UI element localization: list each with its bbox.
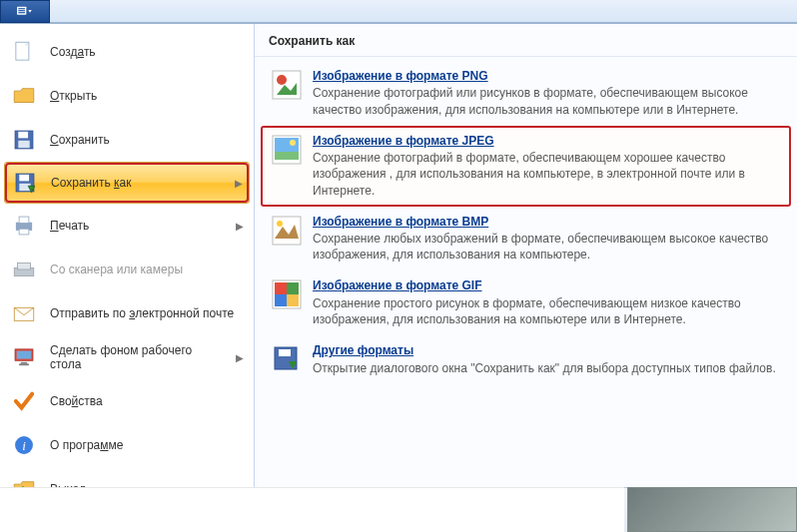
menu-item-label: Свойства xyxy=(50,394,244,408)
menu-item-label: Со сканера или камеры xyxy=(50,263,244,276)
menu-item-label: Создать xyxy=(50,45,244,59)
menu-item-label: Открыть xyxy=(50,89,244,103)
menu-item-open[interactable]: Открыть xyxy=(0,74,254,118)
format-item-other[interactable]: Другие форматы Открытие диалогового окна… xyxy=(261,335,791,384)
printer-icon xyxy=(10,212,38,240)
menu-item-about[interactable]: i О программе xyxy=(0,423,254,467)
app-menu-icon xyxy=(17,6,33,18)
svg-rect-1 xyxy=(18,8,25,9)
app-menu-button[interactable] xyxy=(0,0,50,23)
svg-rect-20 xyxy=(19,364,29,366)
info-icon: i xyxy=(10,431,38,459)
submenu-caret-icon: ▶ xyxy=(235,178,243,189)
format-list: Изображение в формате PNG Сохранение фот… xyxy=(255,57,797,388)
other-thumb xyxy=(271,343,303,375)
menu-item-label: Печать xyxy=(50,219,224,233)
svg-rect-9 xyxy=(19,175,29,182)
svg-rect-15 xyxy=(18,264,31,270)
saveas-panel: Сохранить как Изображение в формате PNG … xyxy=(255,24,797,532)
envelope-icon xyxy=(10,299,38,327)
svg-point-28 xyxy=(290,140,296,146)
format-title: Другие форматы xyxy=(313,343,781,357)
format-desc: Сохранение простого рисунок в формате, о… xyxy=(313,295,781,327)
svg-rect-19 xyxy=(21,362,28,364)
format-item-gif[interactable]: Изображение в формате GIF Сохранение про… xyxy=(261,270,791,335)
menu-item-email[interactable]: Отправить по электронной почте xyxy=(0,291,254,335)
menu-item-create[interactable]: Создать xyxy=(0,30,254,74)
format-title: Изображение в формате GIF xyxy=(313,278,781,292)
format-title: Изображение в формате BMP xyxy=(313,215,781,229)
menu-item-label: Сохранить xyxy=(50,133,244,147)
svg-rect-35 xyxy=(287,294,299,306)
svg-rect-27 xyxy=(275,152,299,160)
menu-item-props[interactable]: Свойства xyxy=(0,379,254,423)
format-desc: Сохранение любых изображений в формате, … xyxy=(313,231,781,263)
page-icon xyxy=(10,38,38,66)
window-footer xyxy=(0,487,797,532)
gif-thumb xyxy=(271,278,303,310)
svg-point-24 xyxy=(277,75,287,85)
backstage-view: Создать Открыть Сохранить Сохранить как … xyxy=(0,24,797,532)
menu-item-saveas[interactable]: Сохранить как ▶ xyxy=(4,162,250,204)
svg-rect-7 xyxy=(18,141,29,148)
floppy-icon xyxy=(10,126,38,154)
format-item-png[interactable]: Изображение в формате PNG Сохранение фот… xyxy=(261,61,791,126)
format-desc: Сохранение фотографий или рисунков в фор… xyxy=(313,85,781,117)
format-item-bmp[interactable]: Изображение в формате BMP Сохранение люб… xyxy=(261,207,791,271)
svg-rect-26 xyxy=(275,138,299,152)
submenu-caret-icon: ▶ xyxy=(236,221,244,232)
svg-rect-32 xyxy=(275,282,287,294)
menu-item-desktop[interactable]: Сделать фоном рабочего стола ▶ xyxy=(0,335,254,379)
format-title: Изображение в формате PNG xyxy=(313,69,781,83)
format-desc: Открытие диалогового окна "Сохранить как… xyxy=(313,360,781,376)
panel-title: Сохранить как xyxy=(255,24,797,57)
svg-rect-12 xyxy=(19,217,29,224)
svg-rect-3 xyxy=(18,12,25,13)
svg-rect-18 xyxy=(17,351,32,359)
floppy-arrow-icon xyxy=(11,169,39,197)
menu-item-label: О программе xyxy=(50,438,244,452)
submenu-caret-icon: ▶ xyxy=(236,352,244,363)
svg-rect-13 xyxy=(19,229,29,235)
menu-item-print[interactable]: Печать ▶ xyxy=(0,204,254,248)
svg-rect-2 xyxy=(18,10,25,11)
svg-rect-6 xyxy=(18,132,28,139)
scanner-icon xyxy=(10,256,38,283)
menu-item-label: Сохранить как xyxy=(51,176,223,190)
ribbon-bar xyxy=(0,0,797,24)
svg-rect-33 xyxy=(287,282,299,294)
svg-text:i: i xyxy=(22,438,26,453)
format-title: Изображение в формате JPEG xyxy=(313,134,781,148)
svg-point-30 xyxy=(277,221,283,227)
check-icon xyxy=(10,387,38,415)
footer-blank xyxy=(0,487,624,532)
canvas-thumbnail xyxy=(627,487,797,532)
svg-rect-34 xyxy=(275,294,287,306)
format-item-jpeg[interactable]: Изображение в формате JPEG Сохранение фо… xyxy=(261,126,791,207)
menu-item-label: Отправить по электронной почте xyxy=(50,306,244,320)
format-desc: Сохранение фотографий в формате, обеспеч… xyxy=(313,150,781,199)
left-menu: Создать Открыть Сохранить Сохранить как … xyxy=(0,24,255,532)
menu-item-save[interactable]: Сохранить xyxy=(0,118,254,162)
menu-item-scanner: Со сканера или камеры xyxy=(0,248,254,291)
folder-icon xyxy=(10,82,38,110)
monitor-icon xyxy=(10,343,38,371)
menu-item-label: Сделать фоном рабочего стола xyxy=(50,343,224,371)
svg-rect-37 xyxy=(279,349,291,356)
svg-rect-29 xyxy=(273,217,301,245)
jpeg-thumb xyxy=(271,134,303,166)
png-thumb xyxy=(271,69,303,101)
ribbon-tab-strip xyxy=(50,0,797,23)
bmp-thumb xyxy=(271,215,303,247)
